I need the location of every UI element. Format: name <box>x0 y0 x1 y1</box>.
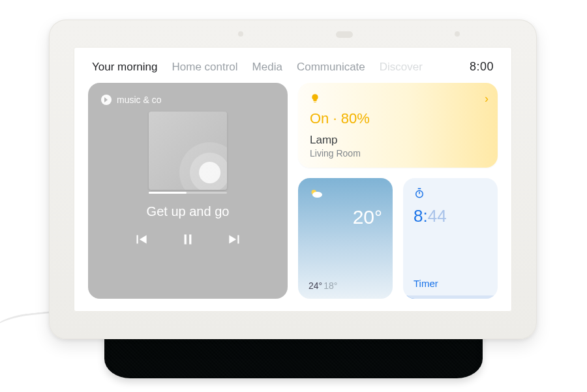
timer-label: Timer <box>414 278 487 295</box>
lamp-state: On · 80% <box>310 110 486 127</box>
music-progress-fill <box>149 192 187 194</box>
timer-minutes: 8: <box>414 206 428 226</box>
tab-your-morning[interactable]: Your morning <box>92 61 158 74</box>
music-provider-icon <box>101 95 112 105</box>
sensor-pill <box>336 31 353 38</box>
lamp-room: Living Room <box>310 148 486 158</box>
weather-icon <box>309 187 382 204</box>
weather-high: 24° <box>309 280 322 291</box>
bulb-icon <box>310 93 486 106</box>
svg-point-1 <box>312 192 322 198</box>
clock: 8:00 <box>470 60 494 74</box>
content-grid: music & co Get up and go <box>88 83 498 299</box>
music-card[interactable]: music & co Get up and go <box>88 83 288 299</box>
skip-previous-icon <box>132 231 149 248</box>
music-track-title: Get up and go <box>101 204 275 219</box>
tab-discover[interactable]: Discover <box>380 61 423 74</box>
stopwatch-icon <box>414 187 487 202</box>
weather-hilo: 24°18° <box>309 280 382 291</box>
next-track-button[interactable] <box>226 231 243 248</box>
right-column: › On · 80% Lamp Living Room 20° <box>298 83 498 299</box>
timer-card[interactable]: 8:44 Timer <box>403 178 498 299</box>
weather-low: 18° <box>324 280 337 291</box>
tab-media[interactable]: Media <box>252 61 282 74</box>
weather-temp: 20° <box>309 206 382 228</box>
screen: Your morning Home control Media Communic… <box>74 47 512 312</box>
music-controls <box>101 231 275 248</box>
album-art-wrap <box>101 112 275 190</box>
music-provider-row: music & co <box>101 95 275 105</box>
timer-progress-track <box>403 295 498 299</box>
chevron-right-icon[interactable]: › <box>485 92 489 106</box>
tab-communicate[interactable]: Communicate <box>297 61 365 74</box>
tab-bar: Your morning Home control Media Communic… <box>88 59 498 83</box>
bottom-row: 20° 24°18° 8:44 Timer <box>298 178 498 299</box>
device-bezel: Your morning Home control Media Communic… <box>49 20 537 339</box>
lamp-card[interactable]: › On · 80% Lamp Living Room <box>298 83 498 168</box>
timer-seconds: 44 <box>428 206 447 226</box>
timer-value: 8:44 <box>414 206 487 226</box>
sensor-dot-right <box>455 31 460 37</box>
music-provider-label: music & co <box>117 95 161 105</box>
album-art <box>149 112 227 190</box>
pause-icon <box>179 231 196 248</box>
timer-progress <box>403 295 498 299</box>
prev-track-button[interactable] <box>132 231 149 248</box>
play-pause-button[interactable] <box>179 231 196 248</box>
lamp-name: Lamp <box>310 134 486 147</box>
skip-next-icon <box>226 231 243 248</box>
tab-home-control[interactable]: Home control <box>172 61 238 74</box>
weather-card[interactable]: 20° 24°18° <box>298 178 393 299</box>
sensor-dot-left <box>238 31 243 37</box>
